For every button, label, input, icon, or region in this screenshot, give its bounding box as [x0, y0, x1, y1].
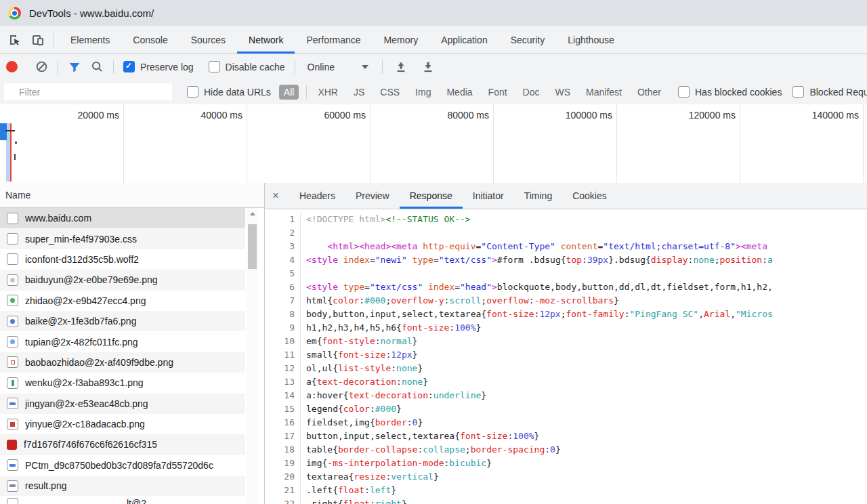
request-row[interactable]: baike@2x-1fe3db7fa6.png	[0, 311, 245, 331]
request-name: f7d1676f746f676c6f62616cf315	[24, 439, 157, 450]
request-row-partial[interactable]: lt@2	[0, 497, 245, 504]
filter-type-manifest[interactable]: Manifest	[583, 85, 625, 100]
timeline-label: 80000 ms	[394, 110, 489, 121]
disable-cache-checkbox[interactable]	[209, 61, 220, 72]
timeline-gridline	[123, 104, 124, 183]
line-number: 20	[265, 470, 301, 484]
request-row[interactable]: wenku@2x-f3aba893c1.png	[0, 373, 245, 393]
line-number: 10	[265, 335, 301, 348]
request-row[interactable]: super_min-fe4f97903e.css	[0, 228, 245, 249]
close-detail-icon[interactable]: ×	[266, 183, 285, 209]
throttling-select[interactable]: Online	[308, 62, 335, 72]
requests-scrollbar[interactable]	[247, 208, 258, 504]
tab-security[interactable]: Security	[499, 26, 557, 54]
timeline-label: 100000 ms	[517, 110, 612, 121]
blocked-requests-checkbox[interactable]	[792, 86, 804, 98]
filter-type-img[interactable]: Img	[412, 85, 434, 100]
request-row[interactable]: jingyan@2x-e53eac48cb.png	[0, 394, 245, 414]
divider	[382, 60, 383, 74]
filter-type-other[interactable]: Other	[634, 85, 664, 100]
tab-performance[interactable]: Performance	[295, 26, 372, 54]
tab-application[interactable]: Application	[429, 26, 499, 54]
request-name: result.png	[25, 480, 66, 491]
code-line: 20textarea{resize:vertical}	[265, 470, 867, 484]
request-row[interactable]: www.baidu.com	[0, 208, 245, 228]
code-line: 21.left{float:left}	[265, 484, 867, 497]
timeline-gridline	[740, 104, 740, 183]
network-filter-bar: Hide data URLs AllXHRJSCSSImgMediaFontDo…	[0, 79, 867, 105]
filter-type-js[interactable]: JS	[350, 85, 368, 100]
search-icon[interactable]	[91, 60, 104, 73]
line-number: 17	[265, 429, 301, 443]
filter-type-all[interactable]: All	[279, 85, 299, 100]
response-code-viewer[interactable]: 1<!DOCTYPE html><!--STATUS OK-->23 <html…	[265, 209, 867, 504]
line-content: fieldset,img{border:0}	[301, 416, 423, 429]
filter-type-doc[interactable]: Doc	[520, 85, 543, 100]
timeline-gridline	[616, 104, 617, 183]
tab-network[interactable]: Network	[237, 26, 295, 54]
timeline-gridline	[863, 104, 864, 183]
divider	[58, 60, 58, 74]
timeline-label: 20000 ms	[24, 110, 119, 121]
throttling-dropdown-arrow-icon[interactable]	[362, 65, 368, 69]
network-overview-timeline[interactable]: 20000 ms40000 ms60000 ms80000 ms100000 m…	[0, 104, 867, 184]
request-row[interactable]: PCtm_d9c8750bed0b3c7d089fa7d55720d6c	[0, 455, 245, 476]
detail-tab-cookies[interactable]: Cookies	[562, 183, 617, 209]
request-name: lt@2	[127, 498, 146, 504]
record-network-log-button[interactable]	[6, 61, 18, 72]
tab-elements[interactable]: Elements	[59, 26, 121, 54]
request-row[interactable]: iconfont-d312d35c5b.woff2	[0, 249, 245, 270]
preserve-log-checkbox[interactable]	[123, 61, 135, 72]
inspect-element-icon[interactable]	[8, 33, 22, 47]
filter-icon[interactable]	[68, 60, 81, 74]
code-line: 9h1,h2,h3,h4,h5,h6{font-size:100%}	[265, 321, 867, 335]
request-row[interactable]: f7d1676f746f676c6f62616cf315	[0, 434, 245, 455]
image-preview-icon	[7, 316, 18, 327]
divider	[53, 33, 54, 47]
has-blocked-cookies-checkbox[interactable]	[678, 86, 690, 98]
request-row[interactable]: result.png	[0, 476, 245, 496]
divider	[306, 85, 307, 99]
code-line: 8body,button,input,select,textarea{font-…	[265, 308, 867, 321]
line-number: 4	[265, 253, 301, 267]
hide-data-urls-checkbox[interactable]	[187, 86, 198, 98]
filter-type-ws[interactable]: WS	[552, 85, 574, 100]
code-line: 3 <html><head><meta http-equiv="Content-…	[265, 240, 867, 253]
detail-tab-preview[interactable]: Preview	[345, 183, 400, 209]
filter-type-font[interactable]: Font	[485, 85, 511, 100]
scrollbar-thumb[interactable]	[248, 224, 257, 269]
code-line: 7html{color:#000;overflow-y:scroll;overf…	[265, 294, 867, 308]
export-har-icon[interactable]	[422, 61, 434, 73]
filter-type-media[interactable]: Media	[443, 85, 475, 100]
tab-lighthouse[interactable]: Lighthouse	[556, 26, 626, 54]
has-blocked-cookies-label: Has blocked cookies	[695, 87, 782, 98]
tab-console[interactable]: Console	[121, 26, 179, 54]
filter-type-xhr[interactable]: XHR	[314, 85, 341, 100]
detail-tab-timing[interactable]: Timing	[514, 183, 563, 209]
code-line: 1<!DOCTYPE html><!--STATUS OK-->	[265, 213, 867, 226]
scrollbar-up-arrow-icon[interactable]	[247, 208, 258, 219]
request-row[interactable]: baobaozhidao@2x-af409f9dbe.png	[0, 352, 245, 373]
timeline-gridline	[370, 104, 371, 183]
filter-input[interactable]	[4, 83, 172, 100]
request-row[interactable]: yinyue@2x-c18adacacb.png	[0, 414, 245, 434]
file-icon	[7, 498, 18, 504]
timeline-label: 40000 ms	[148, 110, 242, 121]
clear-network-log-icon[interactable]	[35, 60, 48, 73]
request-name: baobaozhidao@2x-af409f9dbe.png	[25, 357, 173, 368]
tab-memory[interactable]: Memory	[373, 26, 430, 54]
name-column-header[interactable]: Name	[0, 183, 264, 208]
tab-sources[interactable]: Sources	[179, 26, 237, 54]
request-row[interactable]: tupian@2x-482fc011fc.png	[0, 331, 245, 352]
request-name: jingyan@2x-e53eac48cb.png	[25, 398, 148, 409]
request-row[interactable]: zhidao@2x-e9b427ecc4.png	[0, 291, 245, 311]
request-row[interactable]: baiduyun@2x-e0be79e69e.png	[0, 270, 245, 290]
code-line: 13a{text-decoration:none}	[265, 375, 867, 389]
detail-tab-headers[interactable]: Headers	[289, 183, 345, 209]
toggle-device-toolbar-icon[interactable]	[31, 33, 45, 47]
import-har-icon[interactable]	[395, 61, 407, 73]
filter-type-css[interactable]: CSS	[377, 85, 403, 100]
network-toolbar: Preserve log Disable cache Online	[0, 54, 867, 80]
detail-tab-initiator[interactable]: Initiator	[463, 183, 514, 209]
detail-tab-response[interactable]: Response	[400, 183, 463, 209]
